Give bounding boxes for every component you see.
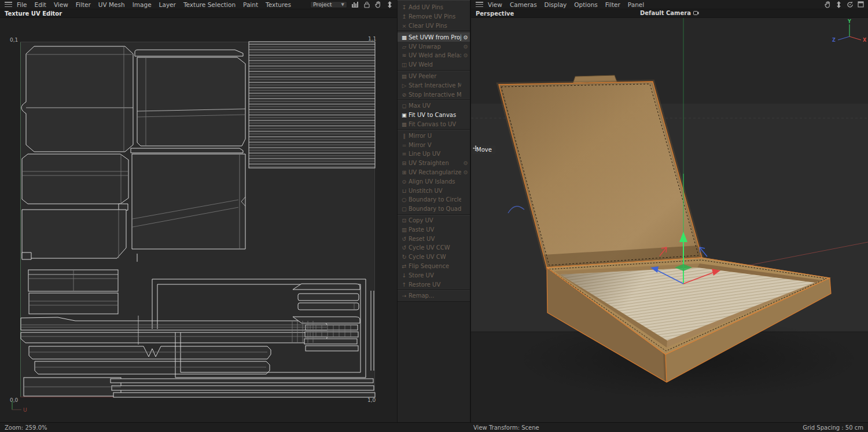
command-max-uv[interactable]: ◻Max UV (398, 101, 470, 111)
command-label: Cycle UV CW (409, 254, 461, 260)
command-label: Boundary to Circle (409, 196, 461, 203)
svg-text:Y: Y (847, 19, 851, 24)
lock-icon[interactable] (363, 1, 370, 8)
cycle-uv-cw-icon: ↻ (400, 254, 409, 260)
command-align-uv-islands[interactable]: ⊙Align UV Islands (398, 177, 470, 186)
menu-layer[interactable]: Layer (159, 1, 183, 8)
uv-unwrap-icon: ▱ (400, 43, 409, 50)
command-line-up-uv[interactable]: ≡Line Up UV (398, 149, 470, 159)
uv-label-00: 0,0 (10, 397, 19, 403)
menu-uv-mesh[interactable]: UV Mesh (98, 1, 133, 8)
copy-uv-icon: ⊡ (400, 217, 409, 224)
command-uv-peeler[interactable]: ▤UV Peeler (398, 72, 470, 81)
camera-label[interactable]: Default Camera (471, 10, 868, 17)
menu-filter[interactable]: Filter (605, 1, 628, 8)
menu-textures[interactable]: Textures (266, 1, 299, 8)
command-mirror-u[interactable]: ∥Mirror U (398, 131, 470, 140)
command-label: Mirror V (409, 142, 461, 148)
command-label: UV Straighten (409, 160, 461, 166)
uv-command-list: ↧Add UV Pins↥Remove UV Pins×Clear UV Pin… (398, 0, 470, 302)
zoom-updown-icon[interactable] (386, 1, 393, 8)
max-uv-icon: ◻ (400, 102, 409, 109)
command-label: UV Weld (409, 61, 461, 68)
uv-canvas[interactable]: 0,1 1,1 0,0 1,0 U (0, 18, 397, 422)
gear-options-icon[interactable]: ⚙ (461, 34, 468, 41)
project-dropdown[interactable]: Project▼ (310, 1, 347, 8)
boundary-to-circle-icon: ○ (400, 196, 409, 203)
start-interactive-mapping-icon: ▷ (400, 82, 409, 89)
command-label: Reset UV (409, 236, 461, 242)
menu-file[interactable]: File (17, 1, 35, 8)
menu-hamburger-icon[interactable] (5, 2, 12, 7)
command-label: Boundary to Quad (409, 206, 461, 212)
active-tool-badge[interactable]: Move (473, 145, 495, 154)
menu-cameras[interactable]: Cameras (510, 1, 545, 8)
view-transform-status: View Transform: Scene (473, 424, 539, 431)
command-boundary-to-quad[interactable]: ▢Boundary to Quad (398, 204, 470, 214)
menu-view[interactable]: View (488, 1, 510, 8)
pan-hand-icon[interactable] (824, 1, 832, 8)
command-uv-rectangularize[interactable]: ⊞UV Rectangularize⚙ (398, 168, 470, 177)
uv-canvas-area[interactable]: 0,1 1,1 0,0 1,0 U (0, 18, 397, 422)
maximize-window-icon[interactable] (857, 1, 865, 8)
gear-options-icon[interactable]: ⚙ (461, 43, 468, 50)
menu-options[interactable]: Options (574, 1, 605, 8)
menu-hamburger-icon[interactable] (476, 2, 483, 7)
command-remove-uv-pins[interactable]: ↥Remove UV Pins (398, 12, 470, 21)
menu-image[interactable]: Image (133, 1, 159, 8)
command-unstitch-uv[interactable]: ⊔Unstitch UV (398, 186, 470, 195)
svg-text:Z: Z (832, 38, 836, 43)
menu-display[interactable]: Display (545, 1, 575, 8)
menu-paint[interactable]: Paint (243, 1, 266, 8)
command-uv-straighten[interactable]: ⊟UV Straighten⚙ (398, 159, 470, 168)
command-uv-weld[interactable]: ◫UV Weld (398, 60, 470, 69)
zoom-updown-icon[interactable] (835, 1, 843, 8)
command-paste-uv[interactable]: ▥Paste UV (398, 225, 470, 234)
camera-icon (693, 10, 699, 17)
rotate-orbit-icon[interactable] (846, 1, 854, 8)
command-cycle-uv-ccw[interactable]: ↺Cycle UV CCW (398, 243, 470, 252)
menu-edit[interactable]: Edit (35, 1, 54, 8)
command-label: UV Weld and Relax (409, 52, 461, 58)
menu-texture-selection[interactable]: Texture Selection (183, 1, 243, 8)
status-bar: Zoom: 259.0% View Transform: Scene Grid … (0, 422, 868, 432)
histogram-icon[interactable] (351, 1, 359, 8)
command-boundary-to-circle[interactable]: ○Boundary to Circle (398, 195, 470, 204)
command-stop-interactive-mapping[interactable]: ⊘Stop Interactive Mapping (398, 90, 470, 99)
command-label: UV Unwrap (409, 43, 461, 50)
command-remap[interactable]: ⇢Remap... (398, 291, 470, 301)
panel-title: Texture UV Editor (5, 10, 62, 17)
gear-options-icon[interactable]: ⚙ (461, 169, 468, 175)
fit-canvas-to-uv-icon: ▩ (400, 121, 409, 127)
command-uv-weld-and-relax[interactable]: ≋UV Weld and Relax⚙ (398, 51, 470, 60)
command-add-uv-pins[interactable]: ↧Add UV Pins (398, 3, 470, 12)
line-up-uv-icon: ≡ (400, 151, 409, 157)
gear-options-icon[interactable]: ⚙ (461, 160, 468, 166)
menu-view[interactable]: View (54, 1, 76, 8)
command-cycle-uv-cw[interactable]: ↻Cycle UV CW (398, 252, 470, 262)
svg-text:X: X (863, 38, 867, 43)
menu-panel[interactable]: Panel (628, 1, 652, 8)
command-label: Unstitch UV (409, 188, 461, 194)
command-label: Flip Sequence (409, 263, 461, 269)
command-uv-unwrap[interactable]: ▱UV Unwrap⚙ (398, 42, 470, 51)
pan-hand-icon[interactable] (374, 1, 382, 8)
command-flip-sequence[interactable]: ⇄Flip Sequence (398, 262, 470, 271)
gear-options-icon[interactable]: ⚙ (461, 52, 468, 58)
command-set-uvw-from-projection[interactable]: ▦Set UVW from Projection⚙ (398, 32, 470, 42)
perspective-viewport[interactable]: Y Z X Move (471, 18, 868, 422)
command-label: UV Peeler (409, 73, 461, 79)
command-reset-uv[interactable]: ↺Reset UV (398, 234, 470, 243)
command-label: Fit UV to Canvas (409, 112, 461, 118)
stop-interactive-mapping-icon: ⊘ (400, 91, 409, 98)
command-fit-uv-to-canvas[interactable]: ▣Fit UV to Canvas (398, 111, 470, 120)
command-start-interactive-mapping[interactable]: ▷Start Interactive Mapping (398, 80, 470, 90)
command-restore-uv[interactable]: ↑Restore UV (398, 280, 470, 289)
command-store-uv[interactable]: ↓Store UV (398, 270, 470, 280)
command-clear-uv-pins[interactable]: ×Clear UV Pins (398, 21, 470, 31)
menu-filter[interactable]: Filter (76, 1, 98, 8)
command-copy-uv[interactable]: ⊡Copy UV (398, 216, 470, 225)
set-uvw-from-projection-icon: ▦ (400, 34, 409, 41)
command-mirror-v[interactable]: =Mirror V (398, 140, 470, 149)
command-fit-canvas-to-uv[interactable]: ▩Fit Canvas to UV (398, 120, 470, 129)
